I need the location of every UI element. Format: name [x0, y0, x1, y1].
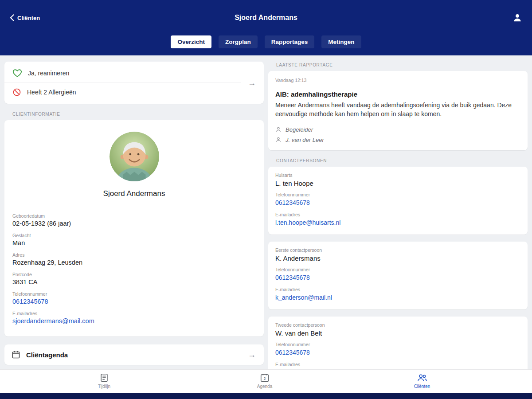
contact-card-eerste: Eerste contactpersoon K. Andersmans Tele… [268, 242, 528, 309]
phone-link[interactable]: 0612345678 [275, 349, 310, 356]
resuscitate-label: Ja, reanimeren [28, 70, 69, 77]
contact-name: W. van den Belt [275, 329, 520, 337]
arrow-right-icon: → [248, 350, 256, 360]
contacts-section-label: CONTACTPERSONEN [276, 158, 524, 163]
email-link[interactable]: l.ten.hoope@huisarts.nl [275, 219, 340, 226]
report-role: Begeleider [286, 126, 313, 133]
field-label: Telefoonnummer [12, 291, 256, 297]
contact-role: Tweede contactpersoon [275, 322, 520, 328]
tab-rapportages[interactable]: Rapportages [265, 35, 315, 48]
timeline-icon [99, 373, 109, 383]
arrow-right-icon: → [248, 78, 256, 87]
field-value: 02-05-1932 (86 jaar) [12, 220, 256, 227]
report-section-label: LAATSTE RAPPORTAGE [276, 63, 524, 67]
field-value: 3831 CA [12, 278, 256, 286]
contact-card-tweede: Tweede contactpersoon W. van den Belt Te… [268, 317, 528, 369]
field-emailadres: E-mailadres sjoerdandermans@mail.com [12, 311, 256, 325]
system-nav-strip [0, 393, 532, 399]
tab-bar: Overzicht Zorgplan Rapportages Metingen [0, 35, 532, 48]
contact-name: L. ten Hoope [275, 180, 520, 187]
allergies-row: Heeft 2 Allergieën [4, 82, 241, 102]
nav-label: Cliënten [414, 384, 430, 389]
contact-role: Eerste contactpersoon [275, 247, 520, 253]
nav-label: Agenda [257, 384, 272, 389]
resuscitate-row: Ja, reanimeren [4, 64, 241, 82]
profile-button[interactable] [512, 12, 522, 23]
email-label: E-mailadres [275, 287, 520, 292]
person-icon [512, 12, 522, 23]
back-label: Cliënten [17, 15, 40, 21]
nav-item-tijdlijn[interactable]: Tijdlijn [80, 373, 129, 389]
client-agenda-label: Cliëntagenda [26, 351, 68, 359]
field-adres: Adres Rozenhaag 29, Leusden [12, 252, 256, 266]
tab-overzicht[interactable]: Overzicht [171, 35, 211, 48]
heart-icon [12, 69, 22, 78]
nav-item-agenda[interactable]: 2 Agenda [240, 373, 289, 389]
left-column: Ja, reanimeren Heeft 2 Allergieën → CLIE… [4, 62, 264, 365]
latest-report-card[interactable]: Vandaag 12:13 AIB: ademhalingstherapie M… [268, 71, 528, 150]
phone-label: Telefoonnummer [275, 267, 520, 272]
contact-card-huisarts: Huisarts L. ten Hoope Telefoonnummer 061… [268, 167, 528, 235]
email-link[interactable]: sjoerdandermans@mail.com [12, 317, 256, 325]
client-avatar [110, 132, 159, 181]
client-name: Sjoerd Andermans [12, 189, 256, 198]
app-window: Cliënten Sjoerd Andermans Overzicht Zorg… [0, 0, 532, 399]
phone-label: Telefoonnummer [275, 342, 520, 347]
header: Cliënten Sjoerd Andermans Overzicht Zorg… [0, 0, 532, 55]
field-value: Man [12, 239, 256, 246]
page-title: Sjoerd Andermans [0, 0, 532, 35]
person-icon [275, 126, 282, 133]
tab-zorgplan[interactable]: Zorgplan [219, 35, 258, 48]
report-author: J. van der Leer [286, 137, 324, 143]
bottom-nav: Tijdlijn 2 Agenda Cliënten [0, 369, 532, 393]
phone-link[interactable]: 0612345678 [12, 298, 256, 305]
field-geslacht: Geslacht Man [12, 233, 256, 246]
email-link[interactable]: k_anderson@mail.nl [275, 294, 332, 301]
field-geboortedatum: Geboortedatum 02-05-1932 (86 jaar) [12, 213, 256, 227]
calendar-badge: 2 [264, 377, 266, 381]
phone-link[interactable]: 0612345678 [275, 199, 310, 206]
field-label: Adres [12, 252, 256, 258]
contact-role: Huisarts [275, 172, 520, 178]
phone-link[interactable]: 0612345678 [275, 274, 310, 281]
tab-metingen[interactable]: Metingen [321, 35, 361, 48]
email-label: E-mailadres [275, 212, 520, 217]
field-telefoonnummer: Telefoonnummer 0612345678 [12, 291, 256, 305]
allergies-label: Heeft 2 Allergieën [27, 89, 76, 96]
right-column: LAATSTE RAPPORTAGE Vandaag 12:13 AIB: ad… [268, 62, 528, 369]
field-label: Geboortedatum [12, 213, 256, 219]
contact-name: K. Andersmans [275, 254, 520, 262]
email-label: E-mailadres [275, 362, 520, 367]
field-label: Postcode [12, 272, 256, 277]
person-icon [275, 137, 282, 143]
field-postcode: Postcode 3831 CA [12, 272, 256, 286]
people-icon [417, 373, 427, 383]
report-role-row: Begeleider [275, 126, 520, 133]
client-fields: Geboortedatum 02-05-1932 (86 jaar) Gesla… [12, 213, 256, 325]
chevron-left-icon [10, 14, 14, 21]
report-title: AIB: ademhalingstherapie [275, 90, 520, 98]
client-info-card: Sjoerd Andermans Geboortedatum 02-05-193… [4, 120, 264, 336]
report-body: Meneer Andermans heeft vandaag de ademha… [275, 101, 515, 119]
field-value: Rozenhaag 29, Leusden [12, 259, 256, 266]
nav-item-clienten[interactable]: Cliënten [398, 373, 446, 389]
client-info-section-label: CLIENTINFORMATIE [12, 112, 260, 117]
phone-label: Telefoonnummer [275, 192, 520, 197]
field-label: E-mailadres [12, 311, 256, 316]
back-button[interactable]: Cliënten [10, 14, 40, 21]
report-author-row: J. van der Leer [275, 137, 520, 143]
client-agenda-card[interactable]: Cliëntagenda → [4, 344, 264, 365]
content: Ja, reanimeren Heeft 2 Allergieën → CLIE… [0, 55, 532, 369]
nav-label: Tijdlijn [98, 384, 110, 389]
calendar-icon [12, 350, 20, 359]
field-label: Geslacht [12, 233, 256, 238]
calendar-icon: 2 [260, 373, 270, 383]
no-entry-icon [12, 88, 21, 97]
report-time: Vandaag 12:13 [275, 78, 520, 83]
alerts-card[interactable]: Ja, reanimeren Heeft 2 Allergieën → [4, 62, 264, 104]
